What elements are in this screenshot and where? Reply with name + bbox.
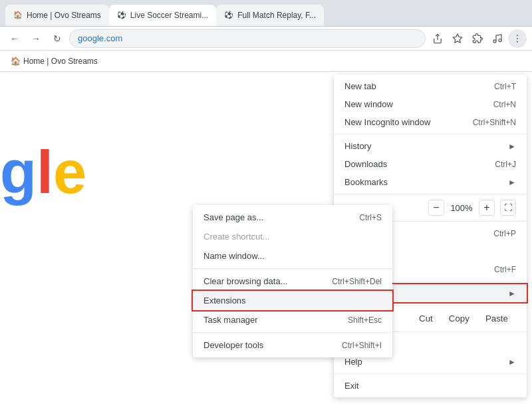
menu-bookmarks-label: Bookmarks <box>344 177 503 187</box>
media-icon-button[interactable] <box>488 29 507 48</box>
menu-incognito-label: New Incognito window <box>344 117 462 127</box>
submenu-create-shortcut: Create shortcut... <box>193 227 392 246</box>
menu-downloads[interactable]: Downloads Ctrl+J <box>334 155 527 173</box>
submenu-task-manager[interactable]: Task manager Shift+Esc <box>193 310 392 329</box>
menu-new-tab-shortcut: Ctrl+T <box>494 82 516 91</box>
svg-point-4 <box>517 35 518 36</box>
browser-toolbar: ← → ↻ google.com <box>0 27 532 51</box>
tab-favicon-replay: ⚽ <box>224 11 233 20</box>
omnibox-value: google.com <box>78 33 122 43</box>
svg-point-6 <box>517 41 518 42</box>
menu-incognito[interactable]: New Incognito window Ctrl+Shift+N <box>334 113 527 131</box>
menu-find-shortcut: Ctrl+F <box>494 265 516 274</box>
fullscreen-button[interactable]: ⛶ <box>500 200 516 216</box>
svg-point-3 <box>499 39 501 41</box>
submenu-dev-tools-shortcut: Ctrl+Shift+I <box>342 341 382 350</box>
menu-print-shortcut: Ctrl+P <box>493 229 516 238</box>
tab-favicon-home: 🏠 <box>13 11 23 20</box>
google-g-letter: gle <box>0 138 86 207</box>
tab-replay[interactable]: ⚽ Full Match Replay, F... <box>216 5 324 26</box>
menu-new-tab[interactable]: New tab Ctrl+T <box>334 77 527 95</box>
submenu-extensions-label: Extensions <box>203 296 382 306</box>
menu-more-tools-arrow: ► <box>508 289 516 298</box>
menu-downloads-label: Downloads <box>344 159 484 169</box>
tab-home[interactable]: 🏠 Home | Ovo Streams <box>5 5 109 26</box>
submenu-dev-tools[interactable]: Developer tools Ctrl+Shift+I <box>193 335 392 355</box>
sep7 <box>334 373 527 374</box>
submenu-extensions[interactable]: Extensions <box>193 291 392 310</box>
more-tools-submenu: Save page as... Ctrl+S Create shortcut..… <box>193 205 392 357</box>
menu-exit[interactable]: Exit <box>334 377 527 395</box>
bookmarks-bar: 🏠 Home | Ovo Streams <box>0 51 532 72</box>
tab-bar: 🏠 Home | Ovo Streams ⚽ Live Soccer Strea… <box>0 0 532 27</box>
bookmark-ovo-icon: 🏠 <box>11 57 21 66</box>
tab-soccer[interactable]: ⚽ Live Soccer Streami... <box>109 5 216 26</box>
submenu-create-shortcut-label: Create shortcut... <box>203 232 382 242</box>
submenu-sep2 <box>193 332 392 333</box>
sep2 <box>334 194 527 194</box>
bookmark-icon-button[interactable] <box>448 29 467 48</box>
submenu-clear-browsing-label: Clear browsing data... <box>203 276 332 286</box>
copy-button[interactable]: Copy <box>441 311 477 326</box>
zoom-out-button[interactable]: − <box>428 200 444 216</box>
letter-g: g <box>0 139 37 206</box>
toolbar-icons <box>428 29 527 48</box>
menu-new-tab-label: New tab <box>344 81 483 91</box>
menu-bookmarks[interactable]: Bookmarks ► <box>334 173 527 191</box>
menu-help-arrow: ► <box>508 357 516 367</box>
menu-new-window-shortcut: Ctrl+N <box>493 100 516 109</box>
menu-history-label: History <box>344 141 503 151</box>
submenu-clear-browsing[interactable]: Clear browsing data... Ctrl+Shift+Del <box>193 272 392 291</box>
submenu-name-window-label: Name window... <box>203 251 382 261</box>
share-icon-button[interactable] <box>428 29 447 48</box>
tab-label-soccer: Live Soccer Streami... <box>130 11 208 20</box>
bookmark-ovo-label: Home | Ovo Streams <box>23 57 98 66</box>
menu-history-arrow: ► <box>508 142 516 151</box>
submenu-save-page-shortcut: Ctrl+S <box>359 213 382 222</box>
reload-button[interactable]: ↻ <box>48 29 66 48</box>
menu-new-window-label: New window <box>344 99 483 109</box>
zoom-value: 100% <box>450 203 473 213</box>
svg-point-2 <box>493 40 496 43</box>
bookmark-ovo[interactable]: 🏠 Home | Ovo Streams <box>5 54 103 69</box>
submenu-task-manager-shortcut: Shift+Esc <box>348 315 382 325</box>
menu-exit-label: Exit <box>344 381 516 391</box>
menu-bookmarks-arrow: ► <box>508 178 516 187</box>
sep1 <box>334 134 527 134</box>
tab-label-replay: Full Match Replay, F... <box>237 11 316 20</box>
submenu-save-page[interactable]: Save page as... Ctrl+S <box>193 208 392 227</box>
back-button[interactable]: ← <box>5 29 24 48</box>
page-content: gle New tab Ctrl+T New window Ctrl+N New… <box>0 72 532 416</box>
letter-l: l <box>37 139 53 206</box>
svg-marker-1 <box>453 34 462 43</box>
zoom-controls: − 100% + ⛶ <box>428 200 516 216</box>
menu-new-window[interactable]: New window Ctrl+N <box>334 95 527 113</box>
paste-button[interactable]: Paste <box>477 311 516 326</box>
tab-label-home: Home | Ovo Streams <box>27 11 101 20</box>
zoom-in-button[interactable]: + <box>479 200 495 216</box>
menu-history[interactable]: History ► <box>334 137 527 155</box>
svg-point-5 <box>517 38 518 39</box>
menu-downloads-shortcut: Ctrl+J <box>495 160 516 169</box>
more-options-button[interactable] <box>508 29 527 48</box>
forward-button[interactable]: → <box>27 29 45 48</box>
submenu-dev-tools-label: Developer tools <box>203 340 342 350</box>
submenu-task-manager-label: Task manager <box>203 315 348 325</box>
omnibox[interactable]: google.com <box>69 29 426 48</box>
submenu-save-page-label: Save page as... <box>203 212 359 222</box>
tab-favicon-soccer: ⚽ <box>117 11 126 20</box>
submenu-clear-browsing-shortcut: Ctrl+Shift+Del <box>332 277 382 286</box>
submenu-name-window[interactable]: Name window... <box>193 246 392 266</box>
extensions-icon-button[interactable] <box>468 29 487 48</box>
submenu-sep1 <box>193 268 392 269</box>
chrome-menu: New tab Ctrl+T New window Ctrl+N New Inc… <box>334 75 527 397</box>
letter-e: e <box>53 139 86 206</box>
menu-help-label: Help <box>344 357 503 367</box>
cut-button[interactable]: Cut <box>411 311 441 326</box>
menu-incognito-shortcut: Ctrl+Shift+N <box>473 118 516 127</box>
